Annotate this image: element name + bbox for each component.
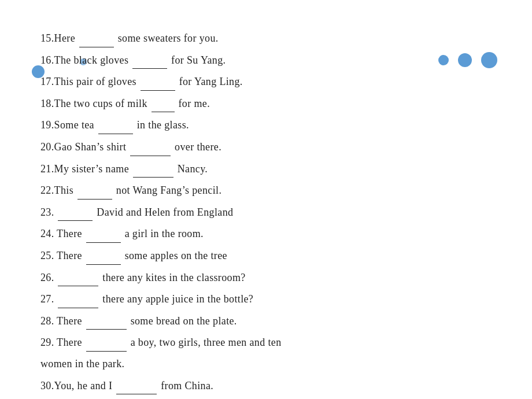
line-20: 20.Gao Shan’s shirt over there.	[40, 138, 492, 156]
line-21: 21.My sister’s name Nancy.	[40, 160, 492, 178]
line-25-blank	[86, 246, 121, 265]
line-24-text: 24. There	[40, 228, 82, 239]
line-18-blank	[152, 94, 175, 113]
line-28: 28. There some bread on the plate.	[40, 312, 492, 330]
line-30-blank	[116, 376, 157, 395]
line-22-blank	[77, 181, 112, 200]
line-24-blank	[86, 224, 121, 243]
line-22: 22.This not Wang Fang’s pencil.	[40, 181, 492, 200]
line-23-blank	[58, 203, 93, 221]
line-16-text: 16.The black gloves	[40, 54, 128, 66]
line-16-blank	[132, 51, 167, 69]
line-16-rest: for Su Yang.	[171, 54, 226, 66]
line-15-text: 15.Here	[40, 32, 75, 44]
line-29-blank	[86, 333, 127, 352]
line-25-rest: some apples on the tree	[125, 250, 227, 261]
line-22-text: 22.This	[40, 184, 73, 196]
line-29b: women in the park.	[40, 355, 492, 373]
exercise-content: 15.Here some sweaters for you. 16.The bl…	[40, 29, 492, 398]
line-18: 18.The two cups of milk for me.	[40, 94, 492, 113]
line-23: 23. David and Helen from England	[40, 203, 492, 221]
line-15-rest: some sweaters for you.	[118, 32, 219, 44]
line-26-text: 26.	[40, 272, 54, 283]
line-17-blank	[141, 72, 175, 91]
line-19-rest: in the glass.	[137, 119, 189, 131]
line-30: 30.You, he and I from China.	[40, 376, 492, 395]
line-15: 15.Here some sweaters for you.	[40, 29, 492, 47]
line-17-rest: for Yang Ling.	[179, 76, 243, 87]
line-29: 29. There a boy, two girls, three men an…	[40, 333, 492, 352]
line-29-rest: a boy, two girls, three men and ten	[131, 337, 282, 348]
line-30-rest: from China.	[161, 380, 213, 391]
line-17: 17.This pair of gloves for Yang Ling.	[40, 72, 492, 91]
line-27-rest: there any apple juice in the bottle?	[102, 293, 253, 305]
line-22-rest: not Wang Fang’s pencil.	[116, 184, 221, 196]
line-26-rest: there any kites in the classroom?	[102, 272, 245, 283]
line-25-text: 25. There	[40, 250, 82, 261]
line-26: 26. there any kites in the classroom?	[40, 268, 492, 287]
line-19: 19.Some tea in the glass.	[40, 116, 492, 134]
line-21-text: 21.My sister’s name	[40, 163, 129, 175]
line-28-blank	[86, 312, 127, 330]
line-29-text: 29. There	[40, 337, 82, 348]
line-23-text: 23.	[40, 206, 54, 218]
line-21-rest: Nancy.	[178, 163, 208, 175]
line-17-text: 17.This pair of gloves	[40, 76, 136, 87]
line-28-text: 28. There	[40, 315, 82, 327]
line-19-blank	[98, 116, 133, 134]
line-27-text: 27.	[40, 293, 54, 305]
line-20-text: 20.Gao Shan’s shirt	[40, 141, 126, 153]
line-30-text: 30.You, he and I	[40, 380, 112, 391]
line-18-text: 18.The two cups of milk	[40, 98, 147, 109]
line-28-rest: some bread on the plate.	[131, 315, 237, 327]
line-24-rest: a girl in the room.	[125, 228, 204, 239]
line-19-text: 19.Some tea	[40, 119, 94, 131]
line-20-rest: over there.	[175, 141, 221, 153]
line-18-rest: for me.	[179, 98, 210, 109]
line-27: 27. there any apple juice in the bottle?	[40, 290, 492, 308]
line-15-blank	[79, 29, 114, 47]
line-26-blank	[58, 268, 98, 287]
line-21-blank	[133, 160, 173, 178]
line-16: 16.The black gloves for Su Yang.	[40, 51, 492, 69]
line-24: 24. There a girl in the room.	[40, 224, 492, 243]
line-23-rest: David and Helen from England	[97, 206, 233, 218]
line-27-blank	[58, 290, 98, 308]
line-20-blank	[130, 138, 171, 156]
line-29b-text: women in the park.	[40, 358, 124, 370]
line-25: 25. There some apples on the tree	[40, 246, 492, 265]
